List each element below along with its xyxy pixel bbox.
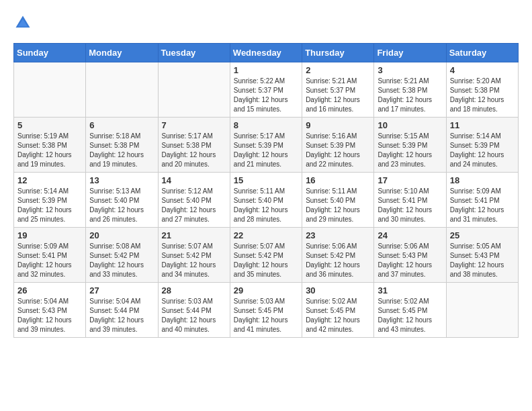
day-number: 1 [234, 65, 298, 75]
weekday-header-sunday: Sunday [14, 44, 86, 62]
day-info: Sunrise: 5:19 AM Sunset: 5:38 PM Dayligh… [17, 132, 82, 169]
day-info: Sunrise: 5:11 AM Sunset: 5:40 PM Dayligh… [306, 187, 370, 224]
calendar-cell: 22Sunrise: 5:07 AM Sunset: 5:42 PM Dayli… [230, 228, 302, 283]
calendar-table: SundayMondayTuesdayWednesdayThursdayFrid… [13, 43, 519, 338]
day-number: 7 [162, 120, 226, 130]
day-number: 9 [306, 120, 370, 130]
day-info: Sunrise: 5:14 AM Sunset: 5:39 PM Dayligh… [17, 187, 82, 224]
day-number: 29 [234, 285, 298, 295]
day-info: Sunrise: 5:12 AM Sunset: 5:40 PM Dayligh… [162, 187, 226, 224]
day-info: Sunrise: 5:22 AM Sunset: 5:37 PM Dayligh… [234, 77, 298, 114]
day-number: 13 [89, 175, 154, 185]
calendar-cell: 4Sunrise: 5:20 AM Sunset: 5:38 PM Daylig… [446, 62, 518, 118]
day-info: Sunrise: 5:10 AM Sunset: 5:41 PM Dayligh… [378, 187, 442, 224]
calendar-cell: 30Sunrise: 5:02 AM Sunset: 5:45 PM Dayli… [302, 283, 374, 338]
day-info: Sunrise: 5:05 AM Sunset: 5:43 PM Dayligh… [450, 242, 515, 279]
day-info: Sunrise: 5:09 AM Sunset: 5:41 PM Dayligh… [17, 242, 82, 279]
day-info: Sunrise: 5:07 AM Sunset: 5:42 PM Dayligh… [162, 242, 226, 279]
day-info: Sunrise: 5:02 AM Sunset: 5:45 PM Dayligh… [378, 297, 442, 334]
calendar-cell: 8Sunrise: 5:17 AM Sunset: 5:39 PM Daylig… [230, 118, 302, 173]
day-info: Sunrise: 5:03 AM Sunset: 5:44 PM Dayligh… [162, 297, 226, 334]
day-number: 15 [234, 175, 298, 185]
calendar-week-4: 19Sunrise: 5:09 AM Sunset: 5:41 PM Dayli… [14, 228, 519, 283]
calendar-cell: 17Sunrise: 5:10 AM Sunset: 5:41 PM Dayli… [374, 173, 446, 228]
day-number: 17 [378, 175, 442, 185]
day-info: Sunrise: 5:21 AM Sunset: 5:37 PM Dayligh… [306, 77, 370, 114]
day-number: 14 [162, 175, 226, 185]
day-number: 20 [89, 230, 154, 240]
calendar-cell: 7Sunrise: 5:17 AM Sunset: 5:38 PM Daylig… [158, 118, 230, 173]
calendar-cell: 24Sunrise: 5:06 AM Sunset: 5:43 PM Dayli… [374, 228, 446, 283]
day-number: 18 [450, 175, 515, 185]
page-header [13, 13, 519, 32]
calendar-cell: 21Sunrise: 5:07 AM Sunset: 5:42 PM Dayli… [158, 228, 230, 283]
calendar-cell: 1Sunrise: 5:22 AM Sunset: 5:37 PM Daylig… [230, 62, 302, 118]
calendar-cell: 12Sunrise: 5:14 AM Sunset: 5:39 PM Dayli… [14, 173, 86, 228]
calendar-cell [158, 62, 230, 118]
day-number: 5 [17, 120, 82, 130]
calendar-cell: 26Sunrise: 5:04 AM Sunset: 5:43 PM Dayli… [14, 283, 86, 338]
calendar-week-1: 1Sunrise: 5:22 AM Sunset: 5:37 PM Daylig… [14, 62, 519, 118]
calendar-cell: 18Sunrise: 5:09 AM Sunset: 5:41 PM Dayli… [446, 173, 518, 228]
day-info: Sunrise: 5:17 AM Sunset: 5:38 PM Dayligh… [162, 132, 226, 169]
day-number: 12 [17, 175, 82, 185]
day-number: 11 [450, 120, 515, 130]
day-info: Sunrise: 5:17 AM Sunset: 5:39 PM Dayligh… [234, 132, 298, 169]
day-number: 27 [89, 285, 154, 295]
day-number: 26 [17, 285, 82, 295]
day-number: 16 [306, 175, 370, 185]
weekday-header-monday: Monday [86, 44, 158, 62]
calendar-cell: 28Sunrise: 5:03 AM Sunset: 5:44 PM Dayli… [158, 283, 230, 338]
day-number: 24 [378, 230, 442, 240]
calendar-week-3: 12Sunrise: 5:14 AM Sunset: 5:39 PM Dayli… [14, 173, 519, 228]
logo-icon [13, 13, 32, 32]
calendar-cell [86, 62, 158, 118]
day-info: Sunrise: 5:16 AM Sunset: 5:39 PM Dayligh… [306, 132, 370, 169]
day-number: 21 [162, 230, 226, 240]
weekday-header-row: SundayMondayTuesdayWednesdayThursdayFrid… [14, 44, 519, 62]
calendar-cell: 16Sunrise: 5:11 AM Sunset: 5:40 PM Dayli… [302, 173, 374, 228]
logo [13, 13, 35, 32]
calendar-cell: 25Sunrise: 5:05 AM Sunset: 5:43 PM Dayli… [446, 228, 518, 283]
day-info: Sunrise: 5:02 AM Sunset: 5:45 PM Dayligh… [306, 297, 370, 334]
day-info: Sunrise: 5:09 AM Sunset: 5:41 PM Dayligh… [450, 187, 515, 224]
day-info: Sunrise: 5:13 AM Sunset: 5:40 PM Dayligh… [89, 187, 154, 224]
calendar-cell: 20Sunrise: 5:08 AM Sunset: 5:42 PM Dayli… [86, 228, 158, 283]
calendar-cell: 31Sunrise: 5:02 AM Sunset: 5:45 PM Dayli… [374, 283, 446, 338]
day-info: Sunrise: 5:14 AM Sunset: 5:39 PM Dayligh… [450, 132, 515, 169]
day-info: Sunrise: 5:11 AM Sunset: 5:40 PM Dayligh… [234, 187, 298, 224]
day-info: Sunrise: 5:15 AM Sunset: 5:39 PM Dayligh… [378, 132, 442, 169]
day-info: Sunrise: 5:07 AM Sunset: 5:42 PM Dayligh… [234, 242, 298, 279]
day-info: Sunrise: 5:21 AM Sunset: 5:38 PM Dayligh… [378, 77, 442, 114]
calendar-cell: 19Sunrise: 5:09 AM Sunset: 5:41 PM Dayli… [14, 228, 86, 283]
weekday-header-saturday: Saturday [446, 44, 518, 62]
day-number: 2 [306, 65, 370, 75]
calendar-cell: 5Sunrise: 5:19 AM Sunset: 5:38 PM Daylig… [14, 118, 86, 173]
day-number: 31 [378, 285, 442, 295]
day-number: 25 [450, 230, 515, 240]
day-info: Sunrise: 5:06 AM Sunset: 5:42 PM Dayligh… [306, 242, 370, 279]
day-number: 23 [306, 230, 370, 240]
calendar-cell [14, 62, 86, 118]
day-info: Sunrise: 5:08 AM Sunset: 5:42 PM Dayligh… [89, 242, 154, 279]
weekday-header-thursday: Thursday [302, 44, 374, 62]
calendar-cell: 11Sunrise: 5:14 AM Sunset: 5:39 PM Dayli… [446, 118, 518, 173]
day-info: Sunrise: 5:03 AM Sunset: 5:45 PM Dayligh… [234, 297, 298, 334]
day-info: Sunrise: 5:04 AM Sunset: 5:44 PM Dayligh… [89, 297, 154, 334]
calendar-cell: 10Sunrise: 5:15 AM Sunset: 5:39 PM Dayli… [374, 118, 446, 173]
calendar-cell: 3Sunrise: 5:21 AM Sunset: 5:38 PM Daylig… [374, 62, 446, 118]
day-number: 8 [234, 120, 298, 130]
calendar-cell: 13Sunrise: 5:13 AM Sunset: 5:40 PM Dayli… [86, 173, 158, 228]
day-number: 30 [306, 285, 370, 295]
day-number: 10 [378, 120, 442, 130]
calendar-cell: 14Sunrise: 5:12 AM Sunset: 5:40 PM Dayli… [158, 173, 230, 228]
day-number: 3 [378, 65, 442, 75]
calendar-week-5: 26Sunrise: 5:04 AM Sunset: 5:43 PM Dayli… [14, 283, 519, 338]
calendar-cell: 2Sunrise: 5:21 AM Sunset: 5:37 PM Daylig… [302, 62, 374, 118]
calendar-cell: 23Sunrise: 5:06 AM Sunset: 5:42 PM Dayli… [302, 228, 374, 283]
day-number: 22 [234, 230, 298, 240]
calendar-cell: 27Sunrise: 5:04 AM Sunset: 5:44 PM Dayli… [86, 283, 158, 338]
calendar-cell: 9Sunrise: 5:16 AM Sunset: 5:39 PM Daylig… [302, 118, 374, 173]
day-number: 6 [89, 120, 154, 130]
calendar-week-2: 5Sunrise: 5:19 AM Sunset: 5:38 PM Daylig… [14, 118, 519, 173]
